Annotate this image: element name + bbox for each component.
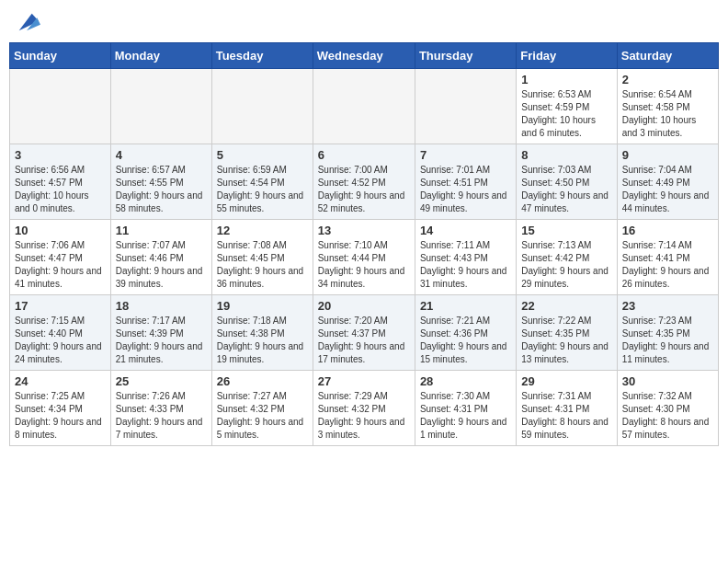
calendar-cell: 27Sunrise: 7:29 AM Sunset: 4:32 PM Dayli… (313, 371, 415, 446)
calendar-cell: 8Sunrise: 7:03 AM Sunset: 4:50 PM Daylig… (517, 144, 617, 220)
calendar-cell: 18Sunrise: 7:17 AM Sunset: 4:39 PM Dayli… (110, 295, 211, 371)
day-info: Sunrise: 6:54 AM Sunset: 4:58 PM Dayligh… (622, 88, 713, 140)
day-number: 29 (521, 374, 611, 388)
day-info: Sunrise: 7:23 AM Sunset: 4:35 PM Dayligh… (622, 315, 713, 366)
calendar-cell: 5Sunrise: 6:59 AM Sunset: 4:54 PM Daylig… (211, 144, 313, 220)
day-number: 3 (15, 148, 106, 162)
calendar-cell: 3Sunrise: 6:56 AM Sunset: 4:57 PM Daylig… (10, 144, 111, 220)
day-number: 15 (521, 224, 611, 237)
day-number: 26 (217, 374, 308, 388)
calendar-cell (211, 69, 313, 144)
day-info: Sunrise: 7:25 AM Sunset: 4:34 PM Dayligh… (15, 390, 106, 442)
day-number: 27 (318, 374, 410, 388)
day-number: 16 (622, 224, 713, 237)
day-number: 19 (217, 299, 308, 313)
calendar-week-row: 10Sunrise: 7:06 AM Sunset: 4:47 PM Dayli… (10, 220, 719, 295)
day-info: Sunrise: 7:08 AM Sunset: 4:45 PM Dayligh… (217, 239, 308, 291)
day-info: Sunrise: 7:04 AM Sunset: 4:49 PM Dayligh… (622, 164, 713, 215)
day-info: Sunrise: 7:18 AM Sunset: 4:38 PM Dayligh… (217, 315, 308, 366)
calendar-cell: 15Sunrise: 7:13 AM Sunset: 4:42 PM Dayli… (517, 220, 617, 295)
calendar-cell: 28Sunrise: 7:30 AM Sunset: 4:31 PM Dayli… (415, 371, 516, 446)
calendar-week-row: 24Sunrise: 7:25 AM Sunset: 4:34 PM Dayli… (10, 371, 719, 446)
weekday-header-monday: Monday (110, 43, 211, 69)
calendar-cell: 1Sunrise: 6:53 AM Sunset: 4:59 PM Daylig… (517, 69, 617, 144)
calendar-header-row: SundayMondayTuesdayWednesdayThursdayFrid… (10, 43, 719, 69)
day-info: Sunrise: 6:57 AM Sunset: 4:55 PM Dayligh… (116, 164, 207, 215)
calendar-cell: 16Sunrise: 7:14 AM Sunset: 4:41 PM Dayli… (617, 220, 718, 295)
day-info: Sunrise: 7:22 AM Sunset: 4:35 PM Dayligh… (521, 315, 611, 366)
calendar-cell: 30Sunrise: 7:32 AM Sunset: 4:30 PM Dayli… (617, 371, 718, 446)
calendar-cell: 10Sunrise: 7:06 AM Sunset: 4:47 PM Dayli… (10, 220, 111, 295)
day-info: Sunrise: 6:53 AM Sunset: 4:59 PM Dayligh… (521, 88, 611, 140)
weekday-header-thursday: Thursday (415, 43, 516, 69)
calendar-cell: 14Sunrise: 7:11 AM Sunset: 4:43 PM Dayli… (415, 220, 516, 295)
day-info: Sunrise: 7:27 AM Sunset: 4:32 PM Dayligh… (217, 390, 308, 442)
day-info: Sunrise: 6:59 AM Sunset: 4:54 PM Dayligh… (217, 164, 308, 215)
day-info: Sunrise: 6:56 AM Sunset: 4:57 PM Dayligh… (15, 164, 106, 215)
day-number: 25 (116, 374, 207, 388)
calendar-cell: 24Sunrise: 7:25 AM Sunset: 4:34 PM Dayli… (10, 371, 111, 446)
calendar-cell: 13Sunrise: 7:10 AM Sunset: 4:44 PM Dayli… (313, 220, 415, 295)
day-info: Sunrise: 7:31 AM Sunset: 4:31 PM Dayligh… (521, 390, 611, 442)
weekday-header-wednesday: Wednesday (313, 43, 415, 69)
calendar-cell: 9Sunrise: 7:04 AM Sunset: 4:49 PM Daylig… (617, 144, 718, 220)
day-number: 22 (521, 299, 611, 313)
day-number: 18 (116, 299, 207, 313)
day-number: 12 (217, 224, 308, 237)
day-number: 9 (622, 148, 713, 162)
day-info: Sunrise: 7:32 AM Sunset: 4:30 PM Dayligh… (622, 390, 713, 442)
calendar-cell: 2Sunrise: 6:54 AM Sunset: 4:58 PM Daylig… (617, 69, 718, 144)
day-info: Sunrise: 7:15 AM Sunset: 4:40 PM Dayligh… (15, 315, 106, 366)
calendar-cell: 20Sunrise: 7:20 AM Sunset: 4:37 PM Dayli… (313, 295, 415, 371)
calendar-cell: 23Sunrise: 7:23 AM Sunset: 4:35 PM Dayli… (617, 295, 718, 371)
day-info: Sunrise: 7:03 AM Sunset: 4:50 PM Dayligh… (521, 164, 611, 215)
calendar-cell: 25Sunrise: 7:26 AM Sunset: 4:33 PM Dayli… (110, 371, 211, 446)
page-header (9, 9, 719, 35)
day-info: Sunrise: 7:21 AM Sunset: 4:36 PM Dayligh… (420, 315, 511, 366)
calendar-cell: 12Sunrise: 7:08 AM Sunset: 4:45 PM Dayli… (211, 220, 313, 295)
calendar-cell: 6Sunrise: 7:00 AM Sunset: 4:52 PM Daylig… (313, 144, 415, 220)
calendar-table: SundayMondayTuesdayWednesdayThursdayFrid… (9, 42, 719, 446)
calendar-cell (313, 69, 415, 144)
day-number: 7 (420, 148, 511, 162)
day-number: 5 (217, 148, 308, 162)
day-info: Sunrise: 7:26 AM Sunset: 4:33 PM Dayligh… (116, 390, 207, 442)
day-info: Sunrise: 7:17 AM Sunset: 4:39 PM Dayligh… (116, 315, 207, 366)
day-number: 1 (521, 73, 611, 86)
logo-icon (15, 9, 40, 35)
day-number: 21 (420, 299, 511, 313)
day-number: 14 (420, 224, 511, 237)
calendar-week-row: 1Sunrise: 6:53 AM Sunset: 4:59 PM Daylig… (10, 69, 719, 144)
calendar-cell: 11Sunrise: 7:07 AM Sunset: 4:46 PM Dayli… (110, 220, 211, 295)
day-number: 2 (622, 73, 713, 86)
day-number: 20 (318, 299, 410, 313)
day-info: Sunrise: 7:07 AM Sunset: 4:46 PM Dayligh… (116, 239, 207, 291)
day-info: Sunrise: 7:00 AM Sunset: 4:52 PM Dayligh… (318, 164, 410, 215)
day-info: Sunrise: 7:20 AM Sunset: 4:37 PM Dayligh… (318, 315, 410, 366)
weekday-header-friday: Friday (517, 43, 617, 69)
logo (13, 9, 40, 35)
day-number: 24 (15, 374, 106, 388)
calendar-cell: 4Sunrise: 6:57 AM Sunset: 4:55 PM Daylig… (110, 144, 211, 220)
calendar-cell (415, 69, 516, 144)
calendar-cell: 26Sunrise: 7:27 AM Sunset: 4:32 PM Dayli… (211, 371, 313, 446)
weekday-header-sunday: Sunday (10, 43, 111, 69)
day-info: Sunrise: 7:13 AM Sunset: 4:42 PM Dayligh… (521, 239, 611, 291)
day-number: 30 (622, 374, 713, 388)
day-info: Sunrise: 7:30 AM Sunset: 4:31 PM Dayligh… (420, 390, 511, 442)
calendar-cell (110, 69, 211, 144)
day-number: 8 (521, 148, 611, 162)
day-number: 13 (318, 224, 410, 237)
calendar-week-row: 3Sunrise: 6:56 AM Sunset: 4:57 PM Daylig… (10, 144, 719, 220)
calendar-cell: 19Sunrise: 7:18 AM Sunset: 4:38 PM Dayli… (211, 295, 313, 371)
calendar-cell (10, 69, 111, 144)
calendar-cell: 22Sunrise: 7:22 AM Sunset: 4:35 PM Dayli… (517, 295, 617, 371)
day-info: Sunrise: 7:14 AM Sunset: 4:41 PM Dayligh… (622, 239, 713, 291)
calendar-cell: 7Sunrise: 7:01 AM Sunset: 4:51 PM Daylig… (415, 144, 516, 220)
day-number: 23 (622, 299, 713, 313)
day-info: Sunrise: 7:01 AM Sunset: 4:51 PM Dayligh… (420, 164, 511, 215)
calendar-cell: 21Sunrise: 7:21 AM Sunset: 4:36 PM Dayli… (415, 295, 516, 371)
calendar-cell: 17Sunrise: 7:15 AM Sunset: 4:40 PM Dayli… (10, 295, 111, 371)
weekday-header-tuesday: Tuesday (211, 43, 313, 69)
day-info: Sunrise: 7:10 AM Sunset: 4:44 PM Dayligh… (318, 239, 410, 291)
